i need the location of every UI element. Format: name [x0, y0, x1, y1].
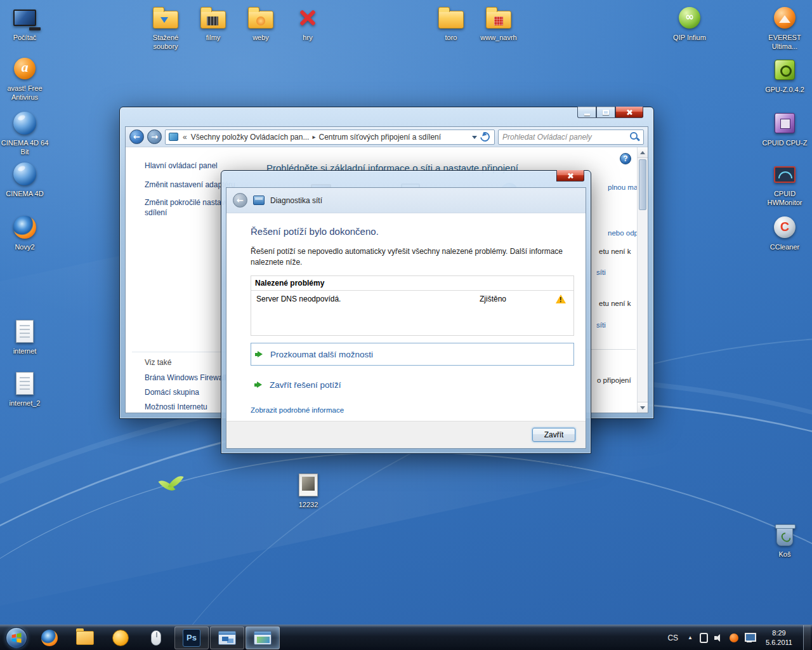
- link-fragment-network-connection[interactable]: síti: [596, 269, 606, 276]
- show-hidden-icons-button[interactable]: ▲: [686, 633, 694, 642]
- taskbar-button-start[interactable]: [2, 627, 31, 649]
- clock[interactable]: 8:29 5.6.2011: [761, 628, 797, 647]
- warning-icon: [556, 295, 566, 303]
- scrollbar-thumb[interactable]: [639, 159, 646, 210]
- taskbar-buttons: Ps: [0, 625, 280, 650]
- taskbar-button-network-window[interactable]: [210, 627, 244, 649]
- view-detailed-info-link[interactable]: Zobrazit podrobné informace: [251, 406, 344, 414]
- desktop-icon-pocitac[interactable]: Počítač: [1, 4, 49, 43]
- close-button[interactable]: [615, 107, 643, 118]
- breadcrumb[interactable]: « Všechny položky Ovládacích pan... ▸ Ce…: [165, 129, 495, 145]
- desktop-icon-label: 12232: [284, 501, 332, 510]
- refresh-icon[interactable]: [478, 130, 492, 143]
- desktop-icon-gpu-z[interactable]: GPU-Z.0.4.2: [761, 56, 809, 95]
- link-fragment-network-connection[interactable]: síti: [596, 321, 606, 329]
- scroll-up-icon[interactable]: [638, 147, 648, 158]
- back-arrow-icon: ←: [237, 196, 244, 204]
- everest-icon: [771, 4, 799, 32]
- desktop-icon-filmy[interactable]: filmy: [189, 4, 237, 43]
- search-placeholder: Prohledat Ovládací panely: [502, 133, 630, 142]
- desktop-icon-weby[interactable]: weby: [237, 4, 285, 43]
- tray-avast-icon[interactable]: [730, 633, 738, 642]
- amsn-icon: [112, 630, 129, 646]
- close-troubleshooter-command[interactable]: Zavřít řešení potíží: [251, 373, 574, 396]
- network-diagnostics-dialog: ← Diagnostika sítí Řešení potíží bylo do…: [221, 170, 591, 454]
- language-indicator[interactable]: CS: [665, 632, 681, 644]
- desktop-icon-qip-infium[interactable]: QIP Infium: [665, 4, 714, 43]
- link-fragment-connect-disconnect[interactable]: nebo odpojit: [608, 229, 637, 237]
- dialog-header-bar: ← Diagnostika sítí: [226, 188, 586, 213]
- desktop-icon-label: www_navrh: [475, 34, 523, 43]
- address-dropdown-icon[interactable]: [470, 133, 479, 142]
- desktop-icon-label: Stažené soubory: [141, 34, 190, 51]
- search-icon[interactable]: [630, 132, 639, 142]
- dialog-close-button[interactable]: [556, 170, 584, 182]
- gpuz-icon: [771, 56, 799, 84]
- sidebar-item-control-panel-home[interactable]: Hlavní ovládací panel: [145, 161, 218, 170]
- explore-additional-options-command[interactable]: Prozkoumat další možnosti: [251, 343, 574, 366]
- control-panel-icon: [169, 133, 178, 141]
- folder-film-icon: [199, 4, 227, 32]
- dialog-heading: Řešení potíží bylo dokončeno.: [251, 226, 566, 237]
- avast-icon: [11, 55, 39, 83]
- desktop-icon-cinema4d-64[interactable]: CINEMA 4D 64 Bit: [1, 109, 49, 157]
- close-dialog-button[interactable]: Zavřít: [532, 428, 575, 442]
- explorer-titlebar[interactable]: [125, 107, 648, 126]
- desktop-icon-toro[interactable]: toro: [427, 4, 475, 43]
- desktop-icon-hry[interactable]: hry: [284, 4, 332, 43]
- search-box[interactable]: Prohledat Ovládací panely: [498, 129, 644, 145]
- desktop-icon-novy2[interactable]: Novy2: [1, 213, 49, 252]
- scrollbar[interactable]: [637, 147, 648, 413]
- taskbar-button-photoshop[interactable]: Ps: [174, 627, 209, 649]
- back-arrow-icon: [133, 133, 140, 141]
- desktop-icon-label: toro: [427, 34, 475, 43]
- tray-network-icon[interactable]: [745, 633, 755, 642]
- desktop-icon-stazene-soubory[interactable]: Stažené soubory: [141, 4, 190, 51]
- taskbar-button-diagnostics-window[interactable]: [246, 627, 280, 649]
- breadcrumb-current[interactable]: Centrum síťových připojení a sdílení: [317, 133, 443, 142]
- cinema-icon: [11, 109, 39, 137]
- table-row[interactable]: Server DNS neodpovídá. Zjištěno: [251, 291, 573, 307]
- desktop-icon-www-navrh[interactable]: www_navrh: [475, 4, 523, 43]
- taskbar-button-mouse[interactable]: [139, 627, 173, 649]
- desktop-icon-cpu-z[interactable]: CPUID CPU-Z: [761, 109, 809, 148]
- breadcrumb-root[interactable]: Všechny položky Ovládacích pan...: [189, 133, 311, 142]
- desktop-icon-hwmonitor[interactable]: CPUID HWMonitor: [761, 160, 809, 208]
- taskbar-button-firefox[interactable]: [32, 627, 67, 649]
- taskbar: Ps CS ▲ 8:29 5.6.2011: [0, 625, 812, 650]
- problem-name: Server DNS neodpovídá.: [256, 295, 480, 303]
- scroll-down-icon[interactable]: [638, 402, 648, 413]
- back-button[interactable]: [129, 129, 144, 144]
- maximize-button[interactable]: [596, 107, 615, 118]
- desktop-icon-12232[interactable]: 12232: [284, 471, 332, 510]
- dialog-footer: Zavřít: [226, 421, 586, 448]
- tray-volume-icon[interactable]: [714, 633, 723, 642]
- desktop-icon-label: weby: [237, 34, 285, 43]
- forward-button[interactable]: [147, 129, 162, 144]
- desktop-icon-avast[interactable]: avast! Free Antivirus: [1, 55, 49, 102]
- qip-icon: [676, 4, 704, 32]
- command-label: Prozkoumat další možnosti: [270, 350, 373, 359]
- minimize-button[interactable]: [577, 107, 596, 118]
- dialog-title: Diagnostika sítí: [270, 196, 322, 205]
- help-icon[interactable]: ?: [620, 153, 631, 164]
- link-fragment-full-map[interactable]: plnou mapu: [608, 183, 637, 191]
- desktop-icon-internet-2[interactable]: internet_2: [1, 369, 49, 408]
- show-desktop-button[interactable]: [803, 625, 811, 650]
- taskbar-button-amsn[interactable]: [103, 627, 138, 649]
- desktop-icon-label: internet_2: [1, 399, 49, 408]
- tray-device-icon[interactable]: [700, 633, 708, 643]
- desktop-icon-ccleaner[interactable]: CCleaner: [761, 213, 809, 252]
- ccleaner-icon: [771, 213, 799, 241]
- desktop-icon-cinema4d[interactable]: CINEMA 4D: [1, 160, 49, 199]
- taskbar-button-explorer[interactable]: [68, 627, 102, 649]
- desktop-icon-everest[interactable]: EVEREST Ultima...: [761, 4, 809, 51]
- breadcrumb-separator-icon[interactable]: ▸: [311, 133, 317, 140]
- dialog-back-button[interactable]: ←: [233, 193, 247, 208]
- desktop-icon-kos[interactable]: Koš: [761, 521, 809, 559]
- computer-icon: [11, 4, 39, 32]
- desktop-icon-label: hry: [284, 34, 332, 43]
- breadcrumb-overflow-chevron[interactable]: «: [183, 133, 187, 142]
- forward-arrow-icon: [151, 133, 158, 141]
- desktop-icon-internet[interactable]: internet: [1, 317, 49, 356]
